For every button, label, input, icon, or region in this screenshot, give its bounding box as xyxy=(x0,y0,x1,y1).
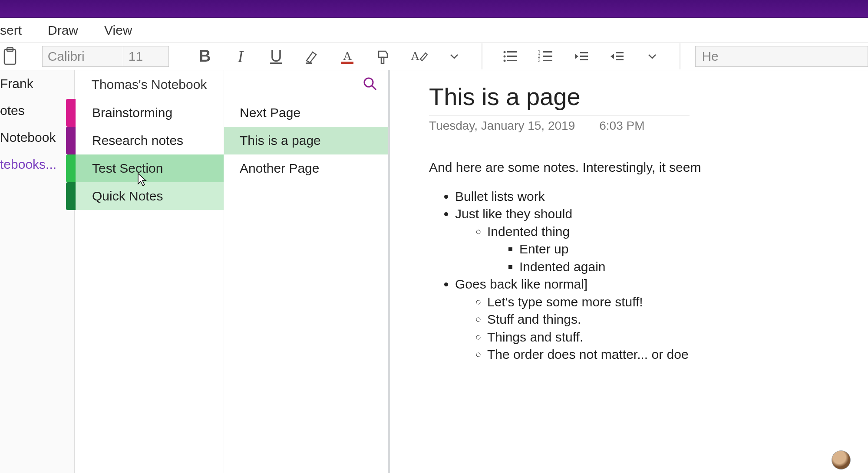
notebook-title: Thomas's Notebook xyxy=(75,70,224,99)
notebook-owner[interactable]: Frank xyxy=(0,70,74,97)
formatting-toolbar: B I U A A 1 2 3 xyxy=(0,43,868,70)
section-color-tab xyxy=(66,99,76,127)
section-label: Research notes xyxy=(92,133,183,148)
italic-button[interactable]: I xyxy=(228,46,253,67)
menu-insert[interactable]: sert xyxy=(0,23,22,38)
section-label: Quick Notes xyxy=(92,189,163,204)
font-color-button[interactable]: A xyxy=(335,46,360,67)
page-title[interactable]: This is a page xyxy=(429,82,868,115)
toolbar-separator xyxy=(680,43,680,69)
font-size-input[interactable] xyxy=(123,46,168,66)
svg-rect-5 xyxy=(381,57,384,63)
svg-point-25 xyxy=(364,78,373,87)
menu-bar: sert Draw View xyxy=(0,18,868,43)
menu-view[interactable]: View xyxy=(104,23,132,38)
svg-rect-19 xyxy=(580,52,588,53)
font-name-input[interactable] xyxy=(43,46,123,66)
page-item[interactable]: Next Page xyxy=(224,99,388,127)
format-painter-button[interactable] xyxy=(370,46,396,67)
list-item: Bullet lists work xyxy=(455,188,868,206)
underline-button[interactable]: U xyxy=(264,46,289,67)
page-time: 6:03 PM xyxy=(599,119,644,133)
svg-text:A: A xyxy=(343,49,352,62)
svg-rect-20 xyxy=(580,56,588,57)
svg-rect-16 xyxy=(543,56,552,57)
list-item: Indented again xyxy=(519,258,868,276)
list-item: Let's type some more stuff! xyxy=(487,293,868,311)
clear-formatting-button[interactable]: A xyxy=(406,46,431,67)
numbered-list-button[interactable]: 1 2 3 xyxy=(533,46,558,67)
list-item: Things and stuff. xyxy=(487,328,868,346)
bullet-list-button[interactable] xyxy=(497,46,522,67)
list-item: The order does not matter... or doe xyxy=(487,346,868,364)
section-label: Brainstorming xyxy=(92,105,172,120)
svg-rect-23 xyxy=(616,56,624,57)
intro-paragraph: And here are some notes. Interestingly, … xyxy=(429,159,868,177)
window-title-bar xyxy=(0,0,868,18)
list-item: Just like they should Indented thing Ent… xyxy=(455,205,868,276)
section-item[interactable]: Brainstorming xyxy=(75,99,224,127)
more-formatting-dropdown[interactable] xyxy=(442,46,467,67)
list-item: Enter up xyxy=(519,240,868,258)
section-item[interactable]: Test Section xyxy=(75,154,224,182)
section-item[interactable]: Quick Notes xyxy=(75,182,224,210)
more-notebooks-link[interactable]: tebooks... xyxy=(0,151,74,178)
notebook-title-label: Thomas's Notebook xyxy=(92,77,207,92)
svg-rect-4 xyxy=(341,62,353,64)
notebook-list-panel: Frank otes Notebook tebooks... xyxy=(0,70,75,473)
svg-rect-21 xyxy=(580,59,588,60)
section-color-tab xyxy=(66,154,76,182)
page-date: Tuesday, January 15, 2019 xyxy=(429,119,575,133)
section-color-tab xyxy=(66,127,76,154)
search-icon[interactable] xyxy=(362,76,378,93)
toolbar-separator xyxy=(482,43,482,69)
section-item[interactable]: Research notes xyxy=(75,127,224,154)
section-label: Test Section xyxy=(92,161,163,176)
indent-button[interactable] xyxy=(604,46,629,67)
svg-rect-22 xyxy=(616,52,624,53)
svg-point-7 xyxy=(504,51,506,53)
user-avatar[interactable] xyxy=(832,450,851,470)
svg-point-11 xyxy=(504,59,506,62)
svg-rect-24 xyxy=(616,59,624,60)
outdent-button[interactable] xyxy=(568,46,594,67)
svg-rect-12 xyxy=(507,60,517,61)
notebook-item[interactable]: Notebook xyxy=(0,124,74,151)
page-label: Next Page xyxy=(240,105,300,120)
font-selector[interactable] xyxy=(42,46,169,67)
page-item[interactable]: This is a page xyxy=(224,127,388,154)
section-color-tab xyxy=(66,182,76,210)
paragraph-more-dropdown[interactable] xyxy=(640,46,665,67)
menu-draw[interactable]: Draw xyxy=(48,23,78,38)
page-body[interactable]: And here are some notes. Interestingly, … xyxy=(429,159,868,364)
svg-line-26 xyxy=(372,86,376,90)
notebook-item[interactable]: otes xyxy=(0,97,74,124)
page-content-area[interactable]: This is a page Tuesday, January 15, 2019… xyxy=(390,70,868,473)
svg-text:3: 3 xyxy=(538,58,541,63)
page-label: This is a page xyxy=(240,133,321,148)
list-item: Goes back like normal] Let's type some m… xyxy=(455,276,868,364)
svg-text:A: A xyxy=(411,49,420,62)
bold-button[interactable]: B xyxy=(192,46,218,67)
page-meta: Tuesday, January 15, 2019 6:03 PM xyxy=(429,119,868,133)
clipboard-icon[interactable] xyxy=(2,46,19,67)
page-item[interactable]: Another Page xyxy=(224,154,388,182)
svg-rect-18 xyxy=(543,60,552,61)
svg-rect-10 xyxy=(507,56,517,57)
heading-style-dropdown[interactable] xyxy=(695,46,868,67)
title-underline xyxy=(429,115,690,115)
page-label: Another Page xyxy=(240,161,319,176)
svg-rect-8 xyxy=(507,51,517,53)
list-item: Stuff and things. xyxy=(487,311,868,328)
svg-rect-14 xyxy=(543,51,552,53)
highlight-button[interactable] xyxy=(299,46,324,67)
list-item: Indented thing Enter up Indented again xyxy=(487,223,868,276)
svg-rect-2 xyxy=(306,62,312,64)
svg-point-9 xyxy=(504,55,506,57)
main-area: Frank otes Notebook tebooks... Thomas's … xyxy=(0,70,868,473)
